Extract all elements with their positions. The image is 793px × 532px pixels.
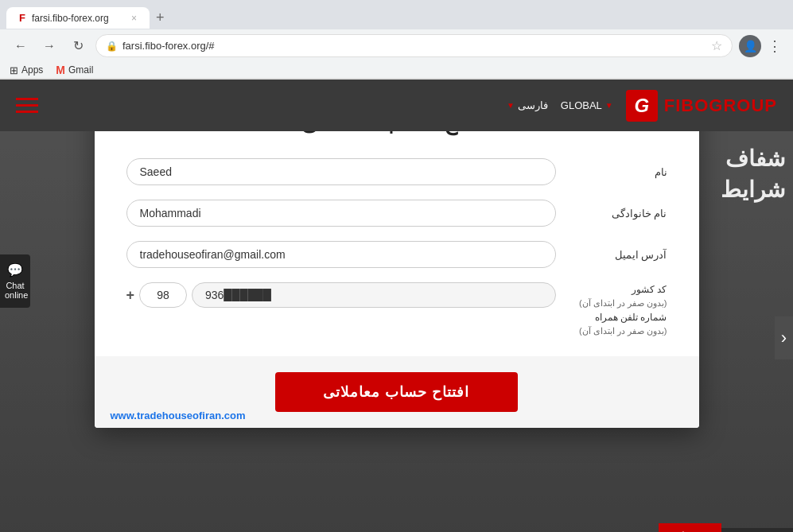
phone-number-input[interactable] (192, 282, 555, 308)
tab-title: farsi.fibo-forex.org (32, 13, 109, 24)
global-arrow-icon: ▼ (605, 101, 613, 110)
hamburger-menu[interactable] (16, 98, 38, 113)
fibo-g-letter: G (634, 95, 649, 117)
last-name-label: نام خانوادگی (556, 208, 667, 219)
bookmarks-gmail[interactable]: M Gmail (56, 64, 93, 76)
registration-modal: × افتتاح حساب معاملاتی نام نام خانوادگی … (95, 87, 699, 428)
tab-favicon: F (19, 12, 25, 24)
tab-bar: F farsi.fibo-forex.org × + (0, 0, 793, 29)
bookmarks-apps[interactable]: ⊞ Apps (10, 64, 43, 76)
lock-icon: 🔒 (106, 41, 118, 52)
global-lang-button[interactable]: GLOBAL ▼ (561, 99, 613, 111)
fibo-logo: G FIBOGROUP (626, 90, 777, 122)
site-nav-right: ▼ فارسی GLOBAL ▼ G FIBOGROUP (507, 90, 777, 122)
gmail-label: Gmail (68, 64, 93, 76)
last-name-row: نام خانوادگی (126, 200, 667, 227)
hamburger-line-1 (16, 98, 38, 100)
bookmark-star-icon[interactable]: ☆ (711, 38, 722, 53)
email-row: آدرس ایمیل (126, 241, 667, 268)
page-background: ▼ فارسی GLOBAL ▼ G FIBOGROUP شفاف شرایط … (0, 80, 793, 532)
forward-button[interactable]: → (38, 35, 60, 57)
farsi-label: فارسی (518, 99, 548, 111)
website-link-bar: www.tradehouseofiran.com (111, 410, 246, 421)
profile-icon: 👤 (744, 40, 757, 52)
hamburger-line-3 (16, 111, 38, 113)
phone-sub-label1: (بدون صفر در ابتدای آن) (569, 297, 667, 310)
modal-overlay: × افتتاح حساب معاملاتی نام نام خانوادگی … (0, 80, 793, 532)
apps-grid-icon: ⊞ (10, 64, 18, 76)
browser-chrome: F farsi.fibo-forex.org × + ← → ↻ 🔒 farsi… (0, 0, 793, 80)
back-button[interactable]: ← (10, 35, 32, 57)
nav-bar: ← → ↻ 🔒 farsi.fibo-forex.org/# ☆ 👤 ⋮ (0, 29, 793, 62)
phone-plus-sign: + (126, 287, 135, 304)
register-bar[interactable]: ثبت‌نام (659, 523, 721, 532)
phone-country-code-input[interactable] (139, 282, 187, 308)
address-bar[interactable]: 🔒 farsi.fibo-forex.org/# ☆ (95, 34, 733, 57)
phone-inputs-group: + (126, 282, 556, 308)
first-name-row: نام (126, 158, 667, 185)
apps-label: Apps (21, 64, 43, 76)
fibo-logo-icon: G (626, 90, 658, 122)
phone-sub-label2: شماره تلفن همراه (569, 310, 667, 324)
first-name-label: نام (556, 166, 667, 178)
tab-close[interactable]: × (131, 13, 137, 24)
last-name-input[interactable] (126, 200, 556, 227)
website-link[interactable]: www.tradehouseofiran.com (111, 410, 246, 421)
bookmarks-bar: ⊞ Apps M Gmail (0, 62, 793, 79)
phone-sub-label3: (بدون صفر در ابتدای آن) (569, 324, 667, 338)
fibo-logo-text: FIBOGROUP (664, 95, 777, 116)
phone-main-label: کد کشور (569, 282, 667, 297)
carousel-next-arrow[interactable]: › (775, 316, 793, 359)
fibo-name-suffix: GROUP (709, 95, 777, 115)
gmail-icon: M (56, 64, 65, 76)
url-text: farsi.fibo-forex.org/# (122, 40, 706, 52)
new-tab-button[interactable]: + (150, 6, 171, 29)
reload-button[interactable]: ↻ (67, 35, 89, 57)
email-input[interactable] (126, 241, 556, 268)
farsi-arrow-icon: ▼ (507, 101, 515, 110)
phone-label-group: کد کشور (بدون صفر در ابتدای آن) شماره تل… (556, 282, 667, 337)
profile-button[interactable]: 👤 (739, 35, 761, 57)
email-label: آدرس ایمیل (556, 249, 667, 261)
browser-menu-button[interactable]: ⋮ (768, 37, 783, 55)
site-navbar: ▼ فارسی GLOBAL ▼ G FIBOGROUP (0, 80, 793, 131)
fibo-name-prefix: FIBO (664, 95, 709, 115)
hamburger-line-2 (16, 104, 38, 107)
first-name-input[interactable] (126, 158, 556, 185)
phone-row: کد کشور (بدون صفر در ابتدای آن) شماره تل… (126, 282, 667, 337)
submit-button[interactable]: افتتاح حساب معاملاتی (275, 372, 517, 412)
farsi-lang-button[interactable]: ▼ فارسی (507, 99, 548, 111)
global-label: GLOBAL (561, 99, 602, 111)
